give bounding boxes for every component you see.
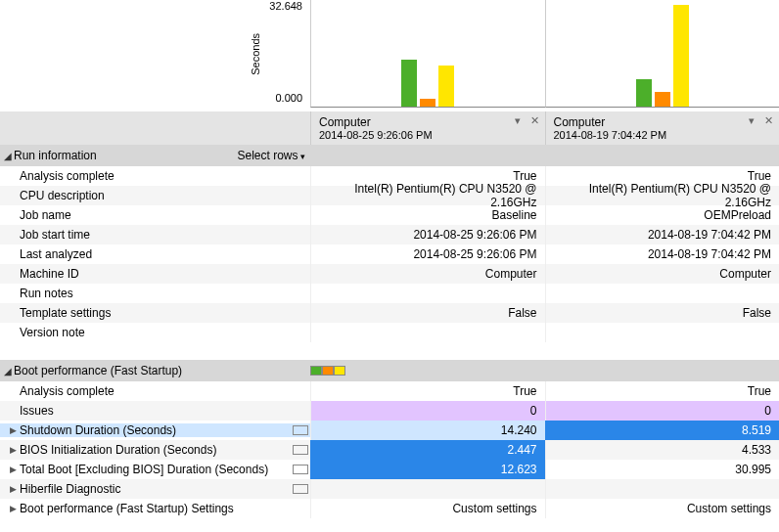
row-value-1: Custom settings	[545, 499, 780, 518]
column-header-0[interactable]: Computer 2014-08-25 9:26:06 PM ▾ ✕	[310, 111, 545, 145]
table-row: Analysis completeTrueTrue	[0, 381, 779, 401]
tick-max: 32.648	[269, 0, 302, 12]
table-row: ▶Shutdown Duration (Seconds)14.2408.519	[0, 421, 779, 440]
chart-y-axis: Seconds 32.648 0.000	[0, 0, 310, 108]
row-value-0: 0	[310, 401, 545, 421]
color-chip	[293, 465, 308, 474]
table-row: Run notes	[0, 284, 779, 303]
bar-shutdown-0	[401, 60, 417, 107]
section-gap	[0, 342, 779, 360]
row-value-1: 4.533	[545, 440, 780, 460]
bar-boot-0	[438, 66, 454, 108]
table-row: ▶Total Boot [Excluding BIOS] Duration (S…	[0, 460, 779, 479]
legend-chip-yellow	[334, 366, 345, 376]
bar-bios-0	[420, 99, 435, 107]
table-row: Job nameBaselineOEMPreload	[0, 205, 779, 225]
collapse-icon[interactable]: ◢	[2, 151, 14, 161]
row-value-1: 8.519	[545, 421, 780, 440]
row-value-0: Computer	[310, 264, 545, 284]
expand-icon[interactable]: ▶	[10, 504, 20, 513]
table-row: Version note	[0, 323, 779, 342]
table-row: ▶Hiberfile Diagnostic	[0, 479, 779, 499]
color-chip	[293, 445, 308, 455]
run-info-rows: Analysis completeTrueTrueCPU description…	[0, 166, 779, 342]
row-label: ▶Hiberfile Diagnostic	[0, 482, 310, 496]
tick-min: 0.000	[269, 92, 302, 104]
row-value-1: 30.995	[545, 460, 780, 479]
row-value-1: 2014-08-19 7:04:42 PM	[545, 244, 780, 264]
row-label: ▶BIOS Initialization Duration (Seconds)	[0, 443, 310, 457]
row-label: ▶Shutdown Duration (Seconds)	[0, 423, 310, 437]
table-row: ▶Boot performance (Fast Startup) Setting…	[0, 499, 779, 518]
expand-icon[interactable]: ▶	[10, 465, 20, 474]
section-header-boot-performance[interactable]: ◢ Boot performance (Fast Startup)	[0, 360, 779, 381]
row-value-1: Intel(R) Pentium(R) CPU N3520 @ 2.16GHz	[545, 186, 780, 205]
expand-icon[interactable]: ▶	[10, 445, 20, 455]
chart-column-1	[545, 0, 780, 108]
column-computer-0: Computer	[319, 115, 537, 129]
row-value-0: 2014-08-25 9:26:06 PM	[310, 225, 545, 244]
legend-chip-green	[310, 366, 322, 376]
legend-chip-orange	[322, 366, 334, 376]
row-label: Template settings	[0, 306, 310, 320]
column-header-1[interactable]: Computer 2014-08-19 7:04:42 PM ▾ ✕	[545, 111, 780, 145]
row-label: CPU description	[0, 189, 310, 202]
row-value-0: Baseline	[310, 205, 545, 225]
chart-area: Seconds 32.648 0.000	[0, 0, 779, 108]
dropdown-icon[interactable]: ▾	[515, 114, 521, 127]
section-title: Boot performance (Fast Startup)	[14, 364, 182, 377]
color-chip	[293, 484, 308, 494]
row-value-1: 0	[545, 401, 780, 421]
close-icon[interactable]: ✕	[764, 114, 773, 127]
row-label: Job name	[0, 208, 310, 222]
row-value-1: 2014-08-19 7:04:42 PM	[545, 225, 780, 244]
expand-icon[interactable]: ▶	[10, 484, 20, 494]
row-value-0: 2.447	[310, 440, 545, 460]
row-value-0	[310, 323, 545, 342]
expand-icon[interactable]: ▶	[10, 425, 20, 435]
dropdown-icon[interactable]: ▾	[749, 114, 755, 127]
row-label: Last analyzed	[0, 247, 310, 261]
table-row: ▶BIOS Initialization Duration (Seconds)2…	[0, 440, 779, 460]
row-label: Analysis complete	[0, 384, 310, 398]
table-row: Issues00	[0, 401, 779, 421]
column-timestamp-0: 2014-08-25 9:26:06 PM	[319, 129, 537, 141]
table-row: Job start time2014-08-25 9:26:06 PM2014-…	[0, 225, 779, 244]
bar-bios-1	[655, 92, 670, 107]
y-axis-ticks: 32.648 0.000	[269, 0, 304, 108]
column-timestamp-1: 2014-08-19 7:04:42 PM	[554, 129, 772, 141]
row-label: Machine ID	[0, 267, 310, 281]
row-value-1: OEMPreload	[545, 205, 780, 225]
row-value-0: 12.623	[310, 460, 545, 479]
bar-shutdown-1	[636, 79, 652, 107]
y-axis-label: Seconds	[250, 33, 261, 75]
chart-plot	[310, 0, 779, 108]
table-row: Machine IDComputerComputer	[0, 264, 779, 284]
table-row: Template settingsFalseFalse	[0, 303, 779, 323]
row-value-1	[545, 479, 780, 499]
select-rows-button[interactable]: Select rows	[237, 149, 305, 162]
row-value-0: Intel(R) Pentium(R) CPU N3520 @ 2.16GHz	[310, 186, 545, 205]
row-label: ▶Boot performance (Fast Startup) Setting…	[0, 502, 310, 515]
table-row: CPU descriptionIntel(R) Pentium(R) CPU N…	[0, 186, 779, 205]
row-value-1	[545, 323, 780, 342]
row-value-1: True	[545, 381, 780, 401]
legend-chips	[310, 366, 345, 376]
column-spacer	[0, 111, 310, 145]
collapse-icon[interactable]: ◢	[2, 366, 14, 377]
row-value-0: False	[310, 303, 545, 323]
close-icon[interactable]: ✕	[530, 114, 539, 127]
row-value-0: 14.240	[310, 421, 545, 440]
row-label: Run notes	[0, 287, 310, 300]
row-label: Job start time	[0, 228, 310, 242]
column-headers: Computer 2014-08-25 9:26:06 PM ▾ ✕ Compu…	[0, 111, 779, 145]
section-header-run-information[interactable]: ◢ Run information Select rows	[0, 145, 779, 166]
table-row: Last analyzed2014-08-25 9:26:06 PM2014-0…	[0, 244, 779, 264]
color-chip	[293, 425, 308, 435]
bar-boot-1	[673, 5, 689, 107]
column-computer-1: Computer	[554, 115, 772, 129]
row-label: Version note	[0, 326, 310, 339]
row-value-0	[310, 479, 545, 499]
section-title: Run information	[14, 149, 97, 162]
row-label: Analysis complete	[0, 169, 310, 183]
